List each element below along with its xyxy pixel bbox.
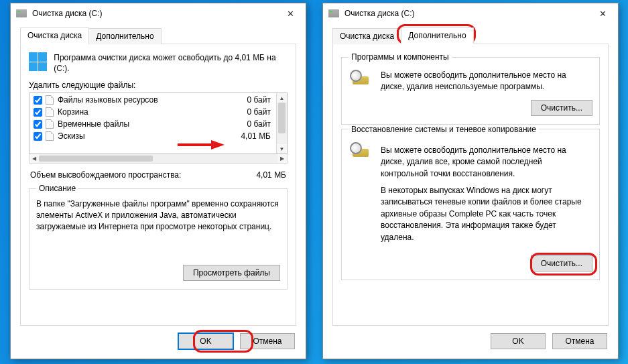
scroll-thumb[interactable] xyxy=(39,156,153,162)
file-checkbox[interactable] xyxy=(34,108,42,117)
tab-content-main: Программа очистки диска может освободить… xyxy=(20,44,296,326)
cancel-button[interactable]: Отмена xyxy=(240,333,295,349)
tab-strip: Очистка диска Дополнительно xyxy=(20,27,296,44)
restore-legend: Восстановление системы и теневое копиров… xyxy=(349,125,539,134)
file-list: Файлы языковых ресурсов 0 байт Корзина 0… xyxy=(29,93,288,154)
list-item[interactable]: Эскизы 4,01 МБ xyxy=(29,130,276,142)
titlebar[interactable]: Очистка диска (C:) ✕ xyxy=(323,3,618,23)
delete-files-label: Удалить следующие файлы: xyxy=(29,80,288,90)
file-name: Корзина xyxy=(58,107,237,117)
tab-advanced[interactable]: Дополнительно xyxy=(88,28,161,44)
cleanup-utility-icon xyxy=(350,70,373,88)
programs-text: Вы можете освободить дополнительное мест… xyxy=(381,70,591,93)
restore-text-1: Вы можете освободить дополнительное мест… xyxy=(381,145,591,180)
file-name: Временные файлы xyxy=(58,119,237,129)
file-icon xyxy=(46,131,54,141)
drive-icon xyxy=(328,9,339,17)
description-group: Описание В папке "Загруженные файлы прог… xyxy=(29,184,288,289)
scroll-right-icon[interactable]: ▶ xyxy=(277,154,287,163)
cleanup-utility-icon xyxy=(350,142,373,161)
disk-cleanup-dialog-main: Очистка диска (C:) ✕ Очистка диска Допол… xyxy=(10,3,306,359)
tab-advanced[interactable]: Дополнительно xyxy=(401,27,473,44)
file-size: 4,01 МБ xyxy=(237,131,273,141)
file-name: Эскизы xyxy=(58,131,237,141)
file-icon xyxy=(46,95,54,105)
total-freed-value: 4,01 МБ xyxy=(256,170,286,180)
tab-disk-cleanup[interactable]: Очистка диска xyxy=(20,27,89,44)
horizontal-scrollbar[interactable]: ◀ ▶ xyxy=(29,154,288,164)
windows-logo-icon xyxy=(29,52,47,71)
programs-legend: Программы и компоненты xyxy=(349,52,452,62)
file-checkbox[interactable] xyxy=(34,132,42,141)
clean-programs-button[interactable]: Очистить... xyxy=(531,100,592,116)
scroll-thumb[interactable] xyxy=(278,103,286,133)
file-checkbox[interactable] xyxy=(34,120,42,129)
view-files-button[interactable]: Просмотреть файлы xyxy=(183,265,280,281)
restore-text-2: В некоторых выпусках Windows на диск мог… xyxy=(381,185,591,243)
file-icon xyxy=(46,119,54,129)
ok-button[interactable]: OK xyxy=(491,333,546,349)
close-button[interactable]: ✕ xyxy=(279,6,302,21)
file-size: 0 байт xyxy=(237,119,273,129)
file-icon xyxy=(46,107,54,117)
list-item[interactable]: Корзина 0 байт xyxy=(29,106,276,118)
description-text: В папке "Загруженные файлы программ" вре… xyxy=(36,198,280,232)
clean-restore-button[interactable]: Очистить... xyxy=(531,255,592,271)
scroll-left-icon[interactable]: ◀ xyxy=(29,154,39,163)
file-name: Файлы языковых ресурсов xyxy=(58,95,237,105)
drive-icon xyxy=(16,9,27,17)
list-item[interactable]: Временные файлы 0 байт xyxy=(29,118,276,130)
window-title: Очистка диска (C:) xyxy=(32,9,279,18)
vertical-scrollbar[interactable]: ▲ ▼ xyxy=(276,93,287,154)
titlebar[interactable]: Очистка диска (C:) ✕ xyxy=(11,3,306,23)
description-legend: Описание xyxy=(36,184,78,193)
total-freed-label: Объем высвобождаемого пространства: xyxy=(30,170,181,180)
system-restore-group: Восстановление системы и теневое копиров… xyxy=(341,125,600,280)
disk-cleanup-dialog-advanced: Очистка диска (C:) ✕ Очистка диска Допол… xyxy=(322,3,619,359)
window-title: Очистка диска (C:) xyxy=(344,9,591,18)
tab-strip: Очистка диска Дополнительно xyxy=(332,27,609,44)
cancel-button[interactable]: Отмена xyxy=(552,333,607,349)
list-item[interactable]: Файлы языковых ресурсов 0 байт xyxy=(29,94,276,106)
file-size: 0 байт xyxy=(237,107,273,117)
file-checkbox[interactable] xyxy=(34,96,42,105)
scroll-up-icon[interactable]: ▲ xyxy=(277,93,287,103)
close-button[interactable]: ✕ xyxy=(591,6,614,21)
scroll-down-icon[interactable]: ▼ xyxy=(277,144,287,154)
tab-disk-cleanup[interactable]: Очистка диска xyxy=(332,28,401,44)
freeable-space-text: Программа очистки диска может освободить… xyxy=(54,52,288,74)
file-size: 0 байт xyxy=(237,95,273,105)
programs-components-group: Программы и компоненты Вы можете освобод… xyxy=(341,52,600,125)
ok-button[interactable]: OK xyxy=(178,333,233,349)
tab-content-advanced: Программы и компоненты Вы можете освобод… xyxy=(332,44,609,326)
